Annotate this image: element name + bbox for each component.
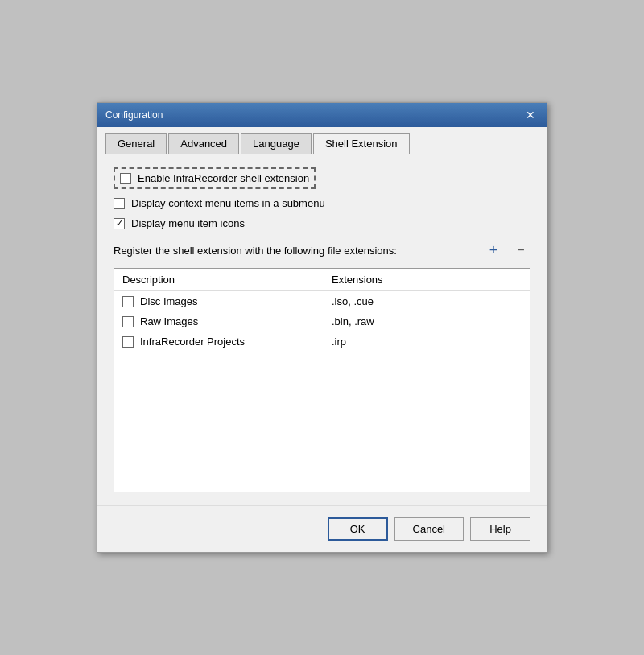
cancel-button[interactable]: Cancel <box>394 517 464 541</box>
footer: OK Cancel Help <box>97 505 547 552</box>
raw-images-desc: Raw Images <box>122 315 332 328</box>
disc-images-ext: .iso, .cue <box>332 295 522 307</box>
raw-images-ext: .bin, .raw <box>332 315 522 328</box>
enable-shell-extension-row: Enable InfraRecorder shell extension <box>114 167 316 189</box>
enable-shell-extension-checkbox[interactable] <box>120 173 131 184</box>
disc-images-desc: Disc Images <box>122 295 332 307</box>
tab-content: Enable InfraRecorder shell extension Dis… <box>97 154 547 505</box>
tabs-bar: General Advanced Language Shell Extensio… <box>97 127 547 154</box>
disc-images-checkbox[interactable] <box>122 296 134 307</box>
context-menu-submenu-checkbox[interactable] <box>114 198 125 209</box>
display-menu-icons-row: Display menu item icons <box>114 217 530 229</box>
tab-shell-extension[interactable]: Shell Extension <box>313 133 410 154</box>
ok-button[interactable]: OK <box>328 517 388 541</box>
dialog-title: Configuration <box>105 109 163 121</box>
close-button[interactable]: ✕ <box>522 107 539 123</box>
context-menu-submenu-label: Display context menu items in a submenu <box>131 197 325 209</box>
col-description-header: Description <box>122 274 332 286</box>
add-extension-button[interactable]: + <box>484 241 503 260</box>
tab-language[interactable]: Language <box>241 133 312 154</box>
ir-projects-checkbox[interactable] <box>122 336 134 348</box>
title-bar: Configuration ✕ <box>97 103 547 127</box>
remove-extension-button[interactable]: − <box>511 241 530 260</box>
display-menu-icons-checkbox[interactable] <box>114 218 125 229</box>
ir-projects-ext: .irp <box>332 336 522 348</box>
register-label: Register the shell extension with the fo… <box>114 245 476 257</box>
raw-images-checkbox[interactable] <box>122 316 134 328</box>
col-extensions-header: Extensions <box>332 274 522 286</box>
help-button[interactable]: Help <box>470 517 530 541</box>
enable-shell-extension-label: Enable InfraRecorder shell extension <box>138 172 309 184</box>
context-menu-submenu-row: Display context menu items in a submenu <box>114 197 530 209</box>
display-menu-icons-label: Display menu item icons <box>131 217 245 229</box>
table-row[interactable]: InfraRecorder Projects .irp <box>114 332 530 352</box>
tab-general[interactable]: General <box>105 133 167 154</box>
register-row: Register the shell extension with the fo… <box>114 241 530 260</box>
table-row[interactable]: Disc Images .iso, .cue <box>114 291 530 311</box>
ir-projects-desc: InfraRecorder Projects <box>122 336 332 348</box>
configuration-dialog: Configuration ✕ General Advanced Languag… <box>97 102 547 553</box>
extensions-table: Description Extensions Disc Images .iso,… <box>114 268 530 492</box>
tab-advanced[interactable]: Advanced <box>168 133 239 154</box>
table-header: Description Extensions <box>114 269 530 291</box>
table-row[interactable]: Raw Images .bin, .raw <box>114 311 530 332</box>
